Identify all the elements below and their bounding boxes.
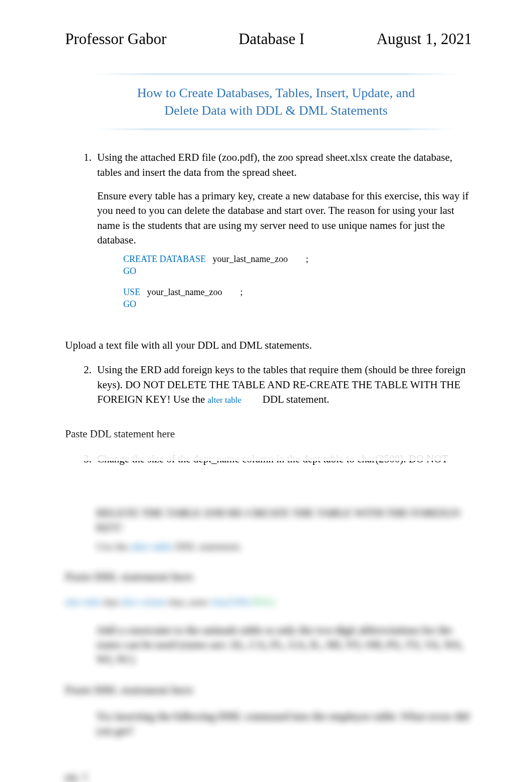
sql-keyword-go-2: GO: [123, 299, 136, 309]
code-line-4: GO: [123, 298, 472, 310]
q1-para2: Ensure every table has a primary key, cr…: [97, 190, 468, 246]
q1-text: Using the attached ERD file (zoo.pdf), t…: [97, 151, 452, 178]
sql-keyword-go-1: GO: [123, 266, 136, 276]
q3-text: Change the size of the dept_name column …: [97, 453, 448, 465]
content-body: Using the attached ERD file (zoo.pdf), t…: [65, 150, 472, 466]
sql-keyword-use: USE: [123, 287, 140, 297]
header-center: Database I: [238, 30, 305, 48]
sql-semi-1: ;: [306, 254, 309, 264]
sql-keyword-create: CREATE DATABASE: [123, 254, 206, 264]
sql-code-block: CREATE DATABASE your_last_name_zoo ; GO …: [123, 253, 472, 311]
sql-semi-2: ;: [240, 287, 242, 297]
question-2: Using the ERD add foreign keys to the ta…: [94, 363, 472, 407]
code-line-3: USE your_last_name_zoo ;: [123, 286, 472, 298]
question-list-2: Using the ERD add foreign keys to the ta…: [94, 363, 472, 407]
title-block: How to Create Databases, Tables, Insert,…: [95, 73, 457, 130]
q2-alter-inline: alter table: [207, 395, 241, 405]
code-line-2: GO: [123, 265, 472, 277]
title-rule-bottom: [95, 128, 457, 130]
sql-dbname-2: your_last_name_zoo: [147, 287, 222, 297]
question-3: Change the size of the dept_name column …: [94, 452, 472, 466]
header-right: August 1, 2021: [377, 30, 472, 48]
question-1: Using the attached ERD file (zoo.pdf), t…: [94, 150, 472, 247]
paste-instruction-1: Paste DDL statement here: [65, 427, 472, 441]
q2-text-b: DDL statement.: [260, 393, 330, 405]
question-list: Using the attached ERD file (zoo.pdf), t…: [94, 150, 472, 247]
code-line-1: CREATE DATABASE your_last_name_zoo ;: [123, 253, 472, 265]
document-title: How to Create Databases, Tables, Insert,…: [95, 75, 457, 128]
blurred-preview: DELETE THE TABLE AND RE-CREATE THE TABLE…: [65, 506, 472, 782]
page-header: Professor Gabor Database I August 1, 202…: [65, 30, 472, 48]
header-left: Professor Gabor: [65, 30, 166, 48]
question-list-3: Change the size of the dept_name column …: [94, 452, 472, 466]
upload-instruction: Upload a text file with all your DDL and…: [65, 338, 472, 353]
sql-dbname-1: your_last_name_zoo: [213, 254, 288, 264]
